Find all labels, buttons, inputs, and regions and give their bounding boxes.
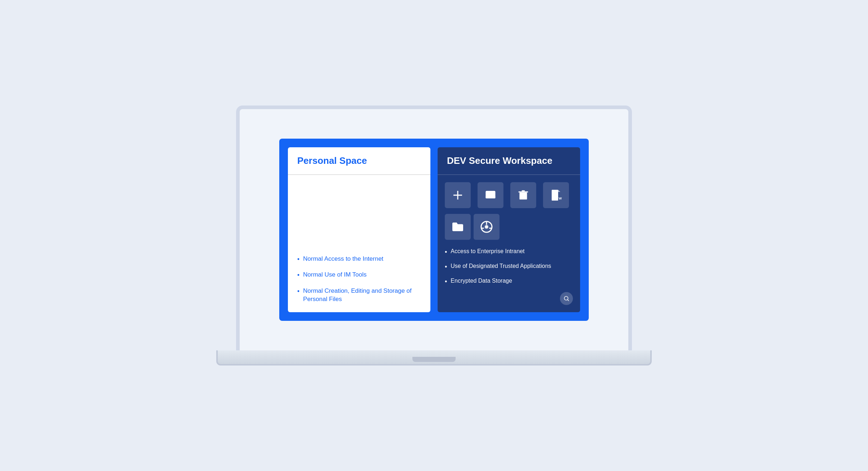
chrome-icon-cell[interactable] xyxy=(474,214,499,240)
svg-rect-6 xyxy=(520,192,527,199)
laptop-base xyxy=(216,350,652,365)
laptop-screen: Personal Space Normal Access to the Inte… xyxy=(236,106,632,350)
dev-bullet-3: Encrypted Data Storage xyxy=(445,277,573,286)
search-icon xyxy=(563,295,570,302)
dev-workspace-header: DEV Secure Workspace xyxy=(438,147,580,175)
personal-space-header: Personal Space xyxy=(288,147,430,175)
svg-text:W: W xyxy=(559,197,562,200)
svg-rect-7 xyxy=(519,191,528,192)
svg-rect-8 xyxy=(522,190,525,191)
personal-bullet-2: Normal Use of IM Tools xyxy=(297,270,421,280)
personal-bullet-3: Normal Creation, Editing and Storage of … xyxy=(297,287,421,304)
personal-space-title: Personal Space xyxy=(297,155,421,166)
svg-rect-10 xyxy=(524,194,525,197)
search-button[interactable] xyxy=(560,292,573,305)
folder-icon xyxy=(451,220,464,233)
icon-grid: W xyxy=(445,182,573,208)
personal-space-body: Normal Access to the Internet Normal Use… xyxy=(288,175,430,312)
dev-bullet-list: Access to Enterprise Intranet Use of Des… xyxy=(445,247,573,286)
laptop-notch xyxy=(412,357,456,362)
word-icon-cell[interactable]: W xyxy=(543,182,569,208)
svg-point-4 xyxy=(492,197,494,198)
laptop-wrapper: Personal Space Normal Access to the Inte… xyxy=(236,106,632,365)
word-icon: W xyxy=(550,189,562,202)
diagram-container: Personal Space Normal Access to the Inte… xyxy=(279,139,589,321)
svg-rect-16 xyxy=(553,196,556,197)
trash-icon xyxy=(517,189,530,202)
personal-space-bullet-list: Normal Access to the Internet Normal Use… xyxy=(297,255,421,304)
chrome-icon xyxy=(480,220,493,233)
personal-space-panel: Personal Space Normal Access to the Inte… xyxy=(288,147,430,312)
svg-point-24 xyxy=(564,296,568,300)
svg-rect-1 xyxy=(453,194,462,196)
trash-icon-cell[interactable] xyxy=(510,182,536,208)
drive-icon-cell[interactable] xyxy=(478,182,503,208)
personal-bullet-1: Normal Access to the Internet xyxy=(297,255,421,264)
dev-bullet-1: Access to Enterprise Intranet xyxy=(445,247,573,257)
svg-rect-5 xyxy=(487,193,490,194)
svg-rect-15 xyxy=(553,194,557,195)
dev-workspace-body: W xyxy=(438,175,580,312)
search-icon-area xyxy=(445,292,573,305)
svg-rect-14 xyxy=(553,193,557,194)
add-icon-cell[interactable] xyxy=(445,182,471,208)
svg-rect-9 xyxy=(522,194,523,197)
svg-line-25 xyxy=(568,300,569,301)
icon-grid-row2 xyxy=(445,214,573,240)
svg-marker-12 xyxy=(558,190,560,192)
dev-workspace-title: DEV Secure Workspace xyxy=(447,155,571,166)
add-icon xyxy=(451,189,464,202)
dev-bullet-2: Use of Designated Trusted Applications xyxy=(445,262,573,272)
folder-icon-cell[interactable] xyxy=(445,214,471,240)
dev-workspace-panel: DEV Secure Workspace xyxy=(438,147,580,312)
drive-icon xyxy=(484,189,497,202)
